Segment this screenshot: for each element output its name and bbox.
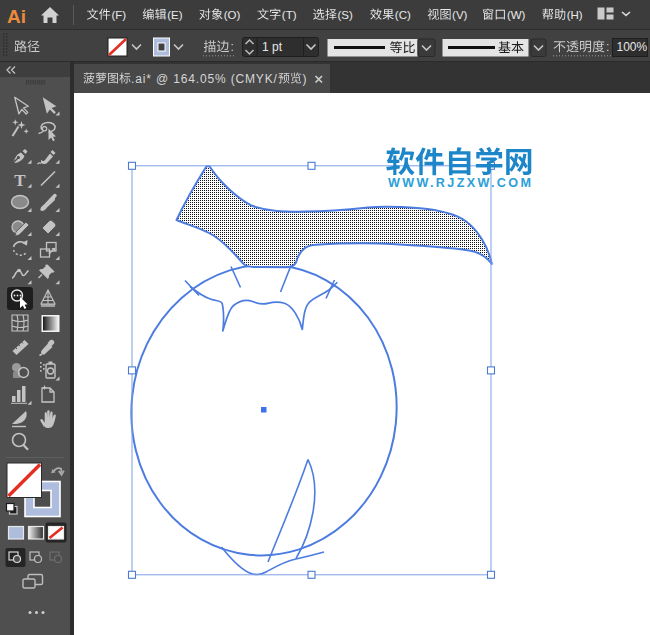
svg-text:(O): (O): [224, 9, 241, 21]
svg-text:(W): (W): [507, 9, 526, 21]
svg-text:): ): [303, 72, 307, 86]
svg-text:100%: 100%: [617, 40, 648, 54]
svg-text:(E): (E): [167, 9, 183, 21]
svg-text:(C): (C): [395, 9, 411, 21]
svg-text:.ai* @ 164.05% (CMYK/: .ai* @ 164.05% (CMYK/: [131, 72, 278, 86]
svg-text:WWW.RJZXW.COM: WWW.RJZXW.COM: [388, 176, 533, 190]
svg-text:(S): (S): [338, 9, 354, 21]
svg-text:(V): (V): [452, 9, 468, 21]
svg-text:(F): (F): [111, 9, 126, 21]
svg-text:(H): (H): [567, 9, 583, 21]
svg-text:T: T: [14, 171, 26, 190]
svg-text:Ai: Ai: [7, 6, 26, 27]
svg-text:(T): (T): [282, 9, 297, 21]
svg-text:1 pt: 1 pt: [262, 40, 283, 54]
svg-text::: :: [230, 40, 233, 54]
svg-text::: :: [606, 40, 609, 54]
